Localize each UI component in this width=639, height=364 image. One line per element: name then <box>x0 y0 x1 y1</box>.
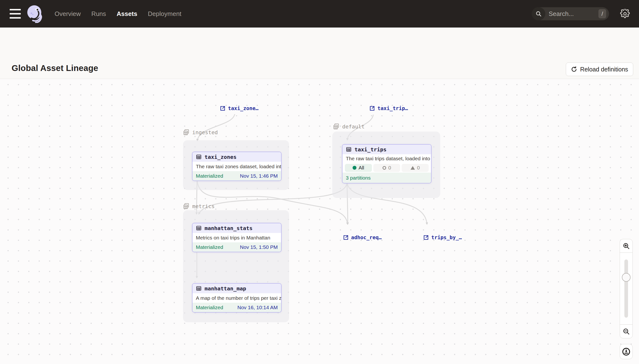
zoom-in-icon <box>622 242 630 250</box>
zoom-out-button[interactable] <box>620 324 633 338</box>
search-placeholder: Search... <box>549 10 598 18</box>
group-name: ingested <box>192 130 218 136</box>
external-link-icon <box>220 106 226 111</box>
page-title: Global Asset Lineage <box>12 63 98 73</box>
dagster-logo-icon[interactable] <box>27 4 43 23</box>
settings-gear-icon[interactable] <box>620 8 630 19</box>
group-name: metrics <box>192 203 215 209</box>
external-link-icon <box>369 106 375 111</box>
table-icon <box>346 146 352 152</box>
search-input[interactable]: Search... / <box>532 7 609 20</box>
zoom-slider[interactable] <box>620 252 633 325</box>
external-asset-adhoc-req[interactable]: adhoc_req… <box>343 234 382 240</box>
nav-links: Overview Runs Assets Deployment <box>55 10 181 18</box>
materialization-timestamp[interactable]: Nov 16, 10:14 AM <box>237 304 278 310</box>
partition-pill-label: 0 <box>388 165 391 171</box>
asset-card-header: manhattan_map <box>193 284 281 293</box>
partitions-failed-pill[interactable]: 0 <box>402 164 429 172</box>
status-badge: Materialized <box>196 173 223 179</box>
group-label-metrics[interactable]: metrics <box>183 202 215 210</box>
external-asset-label: taxi_zone… <box>228 106 258 111</box>
group-label-default[interactable]: default <box>333 123 365 130</box>
external-asset-label: taxi_trip… <box>377 106 408 111</box>
zoom-slider-handle[interactable] <box>622 273 630 282</box>
reload-definitions-button[interactable]: Reload definitions <box>566 62 633 76</box>
asset-card-header: taxi_trips <box>342 144 431 154</box>
zoom-slider-track[interactable] <box>624 260 628 318</box>
partitions-count[interactable]: 3 partitions <box>346 175 371 181</box>
asset-status-footer: 3 partitions <box>342 172 431 183</box>
group-label-ingested[interactable]: ingested <box>183 129 218 136</box>
asset-status-footer: Materialized Nov 15, 1:46 PM <box>193 171 281 180</box>
empty-circle-icon <box>383 166 386 170</box>
materialization-timestamp[interactable]: Nov 15, 1:50 PM <box>240 244 278 250</box>
nav-item-deployment[interactable]: Deployment <box>148 10 181 18</box>
external-asset-trips-by[interactable]: trips_by_… <box>423 234 462 240</box>
lineage-edges <box>0 79 639 364</box>
nav-item-runs[interactable]: Runs <box>91 10 106 18</box>
group-tables-icon <box>183 129 190 136</box>
asset-description: The raw taxi trips dataset, loaded into … <box>342 154 431 163</box>
reload-label: Reload definitions <box>580 66 628 73</box>
asset-node-taxi-trips[interactable]: taxi_trips The raw taxi trips dataset, l… <box>342 144 432 184</box>
asset-description: A map of the number of trips per taxi z.… <box>193 293 281 303</box>
search-icon <box>532 7 545 20</box>
search-shortcut-badge: / <box>598 9 606 18</box>
partitions-all-pill[interactable]: All <box>345 164 372 172</box>
nav-right: Search... / <box>532 7 639 20</box>
asset-status-footer: Materialized Nov 16, 10:14 AM <box>193 303 281 312</box>
partition-pill-label: 0 <box>417 165 420 171</box>
asset-card-header: manhattan_stats <box>193 223 281 233</box>
asset-node-manhattan-map[interactable]: manhattan_map A map of the number of tri… <box>192 283 282 312</box>
table-icon <box>196 225 202 231</box>
group-name: default <box>342 124 365 130</box>
success-dot-icon <box>353 166 356 170</box>
lineage-graph-canvas[interactable]: ingested default metrics taxi_zone… <box>0 79 639 364</box>
partition-health-row: All 0 0 <box>342 163 431 172</box>
download-image-button[interactable] <box>620 344 633 359</box>
external-asset-label: adhoc_req… <box>351 234 382 240</box>
zoom-in-button[interactable] <box>620 239 633 253</box>
top-navbar: Overview Runs Assets Deployment Search..… <box>0 0 639 28</box>
partitions-missing-pill[interactable]: 0 <box>373 164 400 172</box>
materialization-timestamp[interactable]: Nov 15, 1:46 PM <box>240 173 278 179</box>
table-icon <box>196 286 202 291</box>
status-badge: Materialized <box>196 244 223 250</box>
asset-status-footer: Materialized Nov 15, 1:50 PM <box>193 242 281 252</box>
group-tables-icon <box>333 123 340 130</box>
external-link-icon <box>343 234 349 240</box>
asset-card-header: taxi_zones <box>193 152 281 162</box>
asset-description: Metrics on taxi trips in Manhattan <box>193 233 281 242</box>
asset-description: The raw taxi zones dataset, loaded int..… <box>193 162 281 171</box>
nav-item-assets[interactable]: Assets <box>117 10 137 18</box>
external-asset-taxi-trip[interactable]: taxi_trip… <box>369 106 408 111</box>
asset-node-manhattan-stats[interactable]: manhattan_stats Metrics on taxi trips in… <box>192 223 282 252</box>
external-asset-taxi-zone[interactable]: taxi_zone… <box>220 106 258 111</box>
group-tables-icon <box>183 202 190 210</box>
asset-name: manhattan_stats <box>205 225 253 231</box>
download-icon <box>622 347 630 356</box>
asset-name: taxi_zones <box>205 154 236 160</box>
hamburger-menu-icon[interactable] <box>10 9 21 18</box>
asset-name: manhattan_map <box>205 286 246 292</box>
table-icon <box>196 154 202 160</box>
reload-icon <box>571 66 577 72</box>
warning-triangle-icon <box>411 166 415 170</box>
status-badge: Materialized <box>196 304 223 310</box>
external-asset-label: trips_by_… <box>431 234 462 240</box>
partition-pill-label: All <box>359 165 364 171</box>
external-link-icon <box>423 234 429 240</box>
nav-item-overview[interactable]: Overview <box>55 10 81 18</box>
dagster-app: Overview Runs Assets Deployment Search..… <box>0 0 639 364</box>
page-header: Global Asset Lineage Reload definitions … <box>0 28 639 79</box>
asset-node-taxi-zones[interactable]: taxi_zones The raw taxi zones dataset, l… <box>192 152 282 181</box>
zoom-out-icon <box>622 328 630 335</box>
asset-name: taxi_trips <box>355 146 386 152</box>
